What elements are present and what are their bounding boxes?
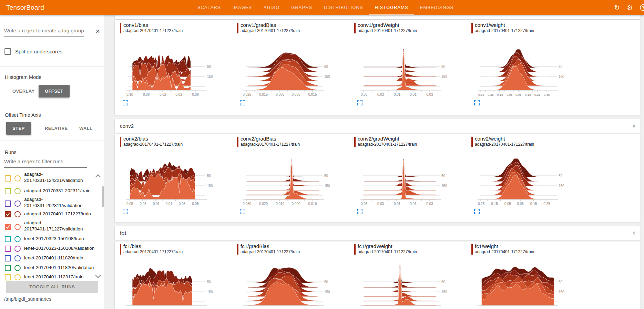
run-row: adagrad-20170401-171227/train [0, 211, 104, 218]
section-header-fc1[interactable]: fc1 4 [115, 226, 640, 240]
run-checkbox[interactable] [5, 246, 11, 252]
chart-canvas: 50150-0.05-0.03-0.010.010.03 [354, 42, 461, 100]
tensorboard-app: TensorBoard SCALARS IMAGES AUDIO GRAPHS … [0, 0, 644, 309]
refresh-icon[interactable]: ↻ [614, 4, 620, 11]
card-run-name: adagrad-20170401-171227/train [123, 249, 183, 254]
split-underscores-checkbox[interactable] [4, 48, 11, 55]
chart-canvas: 50150-0.25-0.15-0.050.050.150.25 [471, 151, 578, 209]
card-tag-title: conv2/gradBias [241, 136, 276, 142]
run-radio-circle[interactable] [14, 274, 21, 280]
expand-icon[interactable] [123, 100, 128, 105]
offset-button[interactable]: OFFSET [39, 85, 70, 97]
divider [0, 66, 104, 66]
chart-canvas: 50150-0.35-0.25-0.15-0.050.050.150.250.3… [471, 42, 578, 100]
expand-icon[interactable] [240, 209, 245, 214]
tab-scalars[interactable]: SCALARS [192, 0, 227, 15]
card-tag-title: conv1/bias [123, 22, 148, 28]
run-label[interactable]: adagrad- 20170331-202311/validation [24, 196, 104, 209]
run-row: adagrad-20170331-202311/train [0, 188, 104, 195]
run-radio-circle[interactable] [14, 211, 21, 217]
run-checkbox[interactable] [5, 175, 11, 182]
svg-text:-0.06: -0.06 [142, 93, 150, 96]
svg-text:150: 150 [207, 75, 213, 79]
run-checkbox[interactable] [5, 265, 11, 271]
overlay-button[interactable]: OVERLAY [8, 85, 39, 97]
run-label[interactable]: lenet-20170401-111820/train [24, 255, 104, 261]
chart-canvas: 50150-0.05-0.03-0.010.010.030.05 [120, 151, 227, 209]
tab-histograms[interactable]: HISTOGRAMS [369, 0, 414, 15]
tab-images[interactable]: IMAGES [227, 0, 258, 15]
divider [0, 103, 104, 103]
svg-text:-0.05: -0.05 [503, 202, 511, 206]
svg-text:0.01: 0.01 [410, 202, 417, 206]
card-color-bar [354, 137, 356, 147]
run-radio-circle[interactable] [14, 175, 21, 182]
toggle-all-runs-button[interactable]: TOGGLE ALL RUNS [6, 281, 98, 293]
run-label[interactable]: adagrad-20170401-171227/train [24, 211, 104, 217]
run-label[interactable]: adagrad- 20170401-171227/validation [24, 220, 104, 232]
run-radio-circle[interactable] [14, 236, 21, 242]
svg-text:-0.01: -0.01 [393, 93, 401, 96]
run-radio-circle[interactable] [14, 188, 21, 194]
card-color-bar [471, 23, 473, 33]
step-button[interactable]: STEP [6, 122, 31, 135]
run-label[interactable]: lenet-20170323-150108/validation [24, 245, 104, 251]
section-count-badge: 4 [633, 226, 635, 240]
clear-tag-filter-icon[interactable]: × [95, 28, 100, 35]
run-label[interactable]: adagrad-20170331-202311/train [24, 188, 104, 194]
run-checkbox[interactable] [5, 224, 11, 230]
expand-icon[interactable] [357, 209, 362, 214]
runs-scrollbar-thumb[interactable] [102, 186, 104, 207]
run-checkbox[interactable] [5, 200, 11, 207]
settings-gear-icon[interactable]: ⚙ [627, 4, 633, 11]
run-checkbox[interactable] [5, 255, 11, 261]
histogram-card: fc1/weightadagrad-20170401-171227/train5… [471, 244, 585, 309]
run-radio-circle[interactable] [14, 246, 21, 252]
expand-icon[interactable] [474, 100, 480, 105]
card-run-name: adagrad-20170401-171227/train [358, 142, 417, 147]
run-regex-input[interactable]: Write a regex to filter runs [4, 158, 87, 168]
card-tag-title: conv1/gradBias [241, 22, 276, 28]
section-header-conv2[interactable]: conv2 4 [115, 119, 640, 133]
expand-icon[interactable] [123, 209, 128, 214]
svg-text:-0.015: -0.015 [258, 93, 268, 96]
run-label[interactable]: lenet-20170323-150108/train [24, 236, 104, 242]
tab-graphs[interactable]: GRAPHS [285, 0, 318, 15]
help-icon[interactable]: ? [640, 4, 644, 11]
svg-text:0.010: 0.010 [308, 202, 317, 206]
run-radio-circle[interactable] [14, 265, 21, 271]
tag-regex-input[interactable]: Write a regex to create a tag group [4, 28, 84, 37]
relative-button[interactable]: RELATIVE [40, 122, 73, 135]
card-run-name: adagrad-20170401-171227/train [475, 142, 534, 147]
run-checkbox[interactable] [5, 211, 11, 217]
svg-text:150: 150 [324, 290, 330, 294]
run-checkbox[interactable] [5, 274, 11, 280]
app-header: TensorBoard SCALARS IMAGES AUDIO GRAPHS … [0, 0, 644, 15]
expand-icon[interactable] [474, 209, 480, 214]
svg-text:50: 50 [441, 174, 446, 178]
run-checkbox[interactable] [5, 188, 11, 194]
run-row: adagrad- 20170331-202311/validation [0, 196, 104, 210]
svg-text:150: 150 [207, 290, 213, 294]
expand-icon[interactable] [357, 100, 362, 105]
run-radio-circle[interactable] [14, 224, 21, 230]
run-row: lenet-20170401-111820/train [0, 255, 104, 262]
run-checkbox[interactable] [5, 236, 11, 242]
tab-embeddings[interactable]: EMBEDDINGS [414, 0, 459, 15]
run-label[interactable]: lenet-20170401-112317/train [24, 274, 104, 280]
run-radio-circle[interactable] [14, 200, 21, 207]
run-label[interactable]: lenet-20170401-111820/validation [24, 265, 104, 271]
histogram-card: conv2/gradWeightadagrad-20170401-171227/… [354, 136, 468, 223]
section-name: conv2 [120, 119, 134, 133]
tab-audio[interactable]: AUDIO [258, 0, 285, 15]
expand-icon[interactable] [240, 100, 245, 105]
svg-text:-0.03: -0.03 [376, 202, 384, 206]
run-label[interactable]: adagrad- 20170331-124221/validation [24, 171, 104, 184]
card-color-bar [237, 244, 238, 255]
section-count-badge: 4 [633, 119, 635, 133]
card-color-bar [120, 244, 121, 255]
wall-button[interactable]: WALL [74, 122, 97, 135]
run-radio-circle[interactable] [14, 255, 21, 261]
svg-text:0.02: 0.02 [175, 93, 182, 96]
tab-distributions[interactable]: DISTRIBUTIONS [318, 0, 369, 15]
